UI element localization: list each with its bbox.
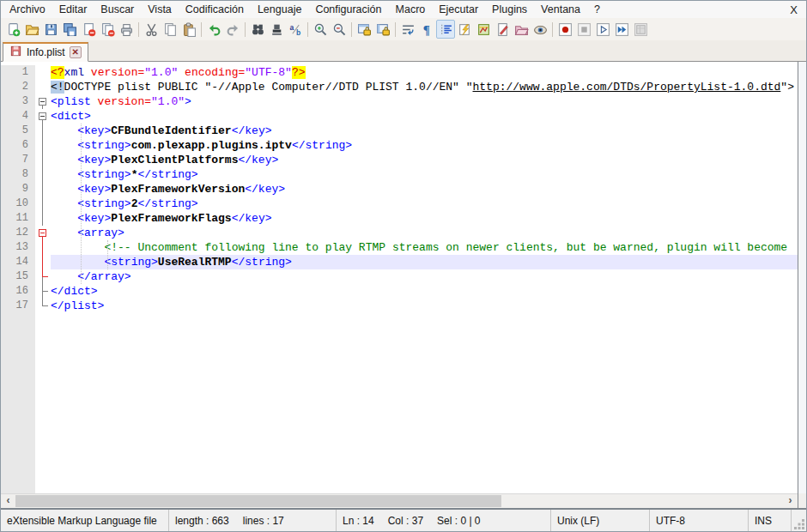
code-editor[interactable]: 1<?xml version="1.0" encoding="UTF-8"?>2… (1, 62, 798, 493)
zoom-in-button[interactable] (311, 20, 330, 39)
print-button[interactable] (117, 20, 136, 39)
code-text[interactable]: <string>2</string> (51, 196, 798, 211)
status-encoding[interactable]: UTF-8 (649, 510, 748, 531)
find-in-files-button[interactable] (267, 20, 286, 39)
code-line-16: 16</dict> (1, 284, 798, 299)
document-map-button[interactable] (474, 20, 493, 39)
fold-margin-cell (35, 211, 51, 226)
menu-item-macro[interactable]: Macro (389, 2, 433, 17)
code-text[interactable]: <string>com.plexapp.plugins.iptv</string… (51, 138, 798, 153)
vertical-scrollbar[interactable] (798, 62, 806, 493)
editor-empty-area[interactable] (1, 313, 798, 493)
fold-toggle-icon[interactable] (39, 98, 46, 106)
code-text[interactable]: <array> (51, 226, 798, 240)
status-eol-format[interactable]: Unix (LF) (550, 510, 649, 531)
code-text[interactable]: <!DOCTYPE plist PUBLIC "-//Apple Compute… (51, 80, 798, 94)
stop-macro-button[interactable] (574, 20, 593, 39)
code-text[interactable]: <string>*</string> (51, 167, 798, 182)
zoom-out-button[interactable] (330, 20, 349, 39)
status-insert-mode[interactable]: INS (748, 510, 791, 531)
close-file-button[interactable] (79, 20, 98, 39)
find-button[interactable] (248, 20, 267, 39)
line-number: 11 (1, 211, 35, 226)
notepadpp-window: ArchivoEditarBuscarVistaCodificaciónLeng… (0, 0, 807, 532)
line-number: 10 (1, 196, 35, 211)
record-macro-button[interactable] (555, 20, 574, 39)
copy-button[interactable] (161, 20, 179, 39)
code-rows: 1<?xml version="1.0" encoding="UTF-8"?>2… (1, 62, 798, 493)
menu-bar: ArchivoEditarBuscarVistaCodificaciónLeng… (1, 1, 806, 18)
word-wrap-button[interactable] (398, 20, 417, 39)
fold-toggle-icon[interactable] (39, 229, 46, 237)
save-macro-button[interactable] (631, 20, 650, 39)
fold-margin-cell (35, 153, 51, 167)
horizontal-scroll-thumb[interactable] (15, 495, 501, 507)
menu-item-archivo[interactable]: Archivo (3, 2, 52, 17)
new-file-button[interactable] (3, 20, 22, 39)
fold-margin-cell (35, 269, 51, 284)
menu-item-ventana[interactable]: Ventana (534, 2, 587, 17)
menu-item-plugins[interactable]: Plugins (485, 2, 534, 17)
monitoring-icon (533, 22, 548, 37)
code-text[interactable]: </array> (51, 269, 798, 284)
redo-button[interactable] (223, 20, 242, 39)
toolbar-separator (307, 22, 308, 37)
horizontal-scrollbar[interactable]: ‹ › (1, 493, 798, 508)
resize-grip[interactable] (791, 510, 806, 531)
menu-item-configuracin[interactable]: Configuración (308, 2, 388, 17)
replace-button[interactable]: ab (286, 20, 305, 39)
menu-item-editar[interactable]: Editar (52, 2, 94, 17)
menu-item-codificacin[interactable]: Codificación (179, 2, 251, 17)
cut-icon (144, 22, 159, 37)
function-list-button[interactable] (455, 20, 474, 39)
document-switcher-button[interactable] (493, 20, 512, 39)
fold-toggle-icon[interactable] (39, 112, 46, 120)
fold-margin-cell (35, 255, 51, 269)
save-all-icon (63, 22, 77, 37)
monitoring-button[interactable] (531, 20, 549, 39)
menu-item-lenguaje[interactable]: Lenguaje (251, 2, 308, 17)
find-in-files-icon (270, 22, 284, 37)
code-line-3: 3<plist version="1.0"> (1, 94, 798, 109)
menu-item-buscar[interactable]: Buscar (94, 2, 141, 17)
undo-button[interactable] (204, 20, 223, 39)
folder-as-workspace-button[interactable] (512, 20, 531, 39)
code-text[interactable]: <key>PlexFrameworkFlags</key> (51, 211, 798, 226)
save-macro-icon (634, 22, 648, 37)
show-all-characters-button[interactable]: ¶ (417, 20, 436, 39)
code-text[interactable]: <string>UseRealRTMP</string> (51, 255, 798, 269)
menu-item-vista[interactable]: Vista (141, 2, 179, 17)
save-all-button[interactable] (60, 20, 79, 39)
sync-vertical-button[interactable] (355, 20, 373, 39)
code-text[interactable]: <?xml version="1.0" encoding="UTF-8"?> (51, 65, 798, 80)
play-macro-button[interactable] (593, 20, 612, 39)
close-window-button[interactable]: X (781, 3, 806, 16)
code-text[interactable]: <key>CFBundleIdentifier</key> (51, 124, 798, 138)
save-file-icon (44, 22, 58, 37)
sync-horizontal-button[interactable] (373, 20, 392, 39)
code-text[interactable]: </dict> (51, 284, 798, 299)
cut-button[interactable] (142, 20, 161, 39)
code-text[interactable]: <key>PlexClientPlatforms</key> (51, 153, 798, 167)
menu-item-help[interactable]: ? (587, 2, 607, 17)
code-text[interactable]: <plist version="1.0"> (51, 94, 798, 109)
code-line-9: 9 <key>PlexFrameworkVersion</key> (1, 182, 798, 196)
line-number: 14 (1, 255, 35, 269)
fold-margin-cell (35, 80, 51, 94)
scroll-right-arrow-icon[interactable]: › (783, 494, 798, 508)
code-text[interactable]: </plist> (51, 299, 798, 313)
save-file-button[interactable] (41, 20, 60, 39)
code-text[interactable]: <key>PlexFrameworkVersion</key> (51, 182, 798, 196)
paste-button[interactable] (179, 20, 198, 39)
scroll-left-arrow-icon[interactable]: ‹ (1, 494, 15, 508)
code-text[interactable]: <dict> (51, 109, 798, 124)
close-tab-icon[interactable]: ✕ (70, 46, 82, 58)
open-file-button[interactable] (22, 20, 41, 39)
tab-info-plist[interactable]: Info.plist ✕ (3, 42, 88, 62)
run-macro-multiple-button[interactable] (612, 20, 631, 39)
close-all-button[interactable] (98, 20, 117, 39)
menu-item-ejecutar[interactable]: Ejecutar (432, 2, 485, 17)
code-line-15: 15 </array> (1, 269, 798, 284)
indent-guide-button[interactable] (436, 20, 455, 39)
code-text[interactable]: <!-- Uncomment following line to play RT… (51, 240, 798, 255)
